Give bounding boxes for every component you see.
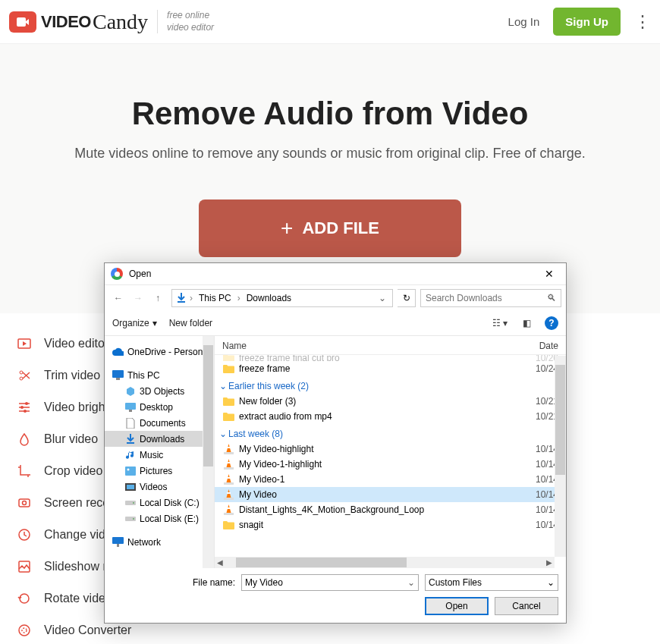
search-input[interactable]: [426, 293, 547, 303]
folder-type-icon: [124, 417, 136, 429]
filename-label: File name:: [112, 577, 235, 588]
tree-item[interactable]: Music: [105, 447, 214, 463]
file-open-dialog: Open ✕ ← → ↑ › This PC › Downloads ⌄ ↻ 🔍…: [104, 262, 567, 624]
cancel-button[interactable]: Cancel: [495, 597, 558, 615]
breadcrumb[interactable]: › This PC › Downloads ⌄: [171, 289, 393, 307]
file-row[interactable]: My Video-highlight10/14: [215, 441, 566, 457]
signup-button[interactable]: Sign Up: [553, 8, 621, 36]
file-row[interactable]: My Video-1-highlight10/14: [215, 457, 566, 472]
vlc-icon: [222, 473, 234, 485]
new-folder-button[interactable]: New folder: [169, 318, 212, 328]
svg-rect-35: [227, 507, 231, 509]
file-row[interactable]: Distant_Lights_4K_Motion_Background_Loop…: [215, 502, 566, 517]
tool-label: Blur video: [44, 432, 98, 446]
file-name: My Video-highlight: [239, 444, 531, 454]
file-row[interactable]: freeze frame final cut pro10/26: [215, 355, 566, 361]
svg-rect-29: [227, 462, 231, 463]
file-name: My Video-1-highlight: [239, 459, 531, 470]
files-h-scrollbar[interactable]: ◀ ▶: [215, 557, 555, 568]
tree-item[interactable]: 3D Objects: [105, 383, 214, 399]
menu-icon[interactable]: ⋮: [634, 12, 651, 32]
tree-onedrive[interactable]: OneDrive - Personal: [105, 344, 214, 360]
tree-item[interactable]: Videos: [105, 479, 214, 495]
site-header: VIDEO Candy free onlinevideo editor Log …: [0, 0, 660, 44]
file-list-header[interactable]: Name Date: [215, 336, 566, 355]
add-file-button[interactable]: + ADD FILE: [199, 199, 461, 257]
chevron-down-icon[interactable]: ⌄: [407, 577, 415, 588]
file-row[interactable]: freeze frame10/24: [215, 361, 566, 376]
network-icon: [112, 536, 124, 548]
tool-label: Trim video: [44, 369, 100, 382]
svg-rect-32: [224, 498, 234, 500]
help-icon[interactable]: ?: [545, 316, 558, 330]
file-row[interactable]: My Video-110/14: [215, 472, 566, 487]
login-link[interactable]: Log In: [508, 15, 540, 28]
svg-point-7: [23, 501, 27, 505]
svg-rect-27: [227, 447, 231, 448]
group-earlier-this-week[interactable]: ⌄Earlier this week (2): [215, 376, 566, 394]
svg-point-3: [25, 402, 28, 405]
tree-item[interactable]: Documents: [105, 415, 214, 431]
tool-item[interactable]: Video Converter: [17, 623, 643, 638]
tree-label: Music: [140, 450, 163, 460]
vlc-icon: [222, 443, 234, 455]
svg-rect-19: [127, 485, 134, 489]
file-name: New folder (3): [239, 396, 531, 407]
monitor-icon: [112, 369, 124, 381]
files-v-scrollbar[interactable]: [555, 356, 566, 557]
organize-menu[interactable]: Organize ▾: [112, 318, 157, 328]
file-type-filter[interactable]: Custom Files⌄: [425, 574, 558, 591]
view-icon[interactable]: ☷ ▾: [491, 318, 509, 328]
tool-icon: [17, 591, 32, 606]
folder-type-icon: [124, 465, 136, 476]
up-icon[interactable]: ↑: [149, 289, 167, 307]
col-name[interactable]: Name: [222, 341, 539, 351]
preview-pane-icon[interactable]: ◧: [521, 318, 533, 328]
tree-item[interactable]: Local Disk (C:): [105, 495, 214, 510]
tree-this-pc[interactable]: This PC: [105, 367, 214, 383]
forward-icon: →: [129, 289, 147, 307]
folder-type-icon: [124, 513, 136, 524]
search-box[interactable]: 🔍︎: [420, 289, 561, 307]
breadcrumb-item[interactable]: This PC: [196, 293, 234, 303]
refresh-icon[interactable]: ↻: [398, 289, 416, 307]
svg-rect-24: [112, 537, 124, 544]
dialog-nav: ← → ↑ › This PC › Downloads ⌄ ↻ 🔍︎: [105, 284, 566, 310]
folder-icon: [222, 519, 234, 531]
chevron-down-icon[interactable]: ⌄: [547, 577, 555, 588]
svg-rect-15: [129, 410, 132, 412]
file-row[interactable]: New folder (3)10/21: [215, 394, 566, 409]
folder-tree: OneDrive - Personal This PC 3D ObjectsDe…: [105, 336, 215, 568]
tree-item[interactable]: Desktop: [105, 399, 214, 415]
tree-label: Desktop: [140, 402, 173, 413]
tree-item[interactable]: Downloads: [105, 431, 214, 447]
svg-point-21: [133, 502, 134, 504]
dialog-title: Open: [129, 269, 151, 279]
file-row[interactable]: snagit10/14: [215, 517, 566, 532]
col-date[interactable]: Date: [539, 341, 558, 351]
open-button[interactable]: Open: [425, 597, 489, 615]
tool-icon: [17, 495, 32, 510]
svg-rect-33: [227, 492, 231, 494]
tree-network[interactable]: Network: [105, 534, 214, 550]
svg-rect-25: [117, 544, 119, 547]
logo-icon: [9, 11, 36, 33]
svg-rect-14: [125, 403, 136, 410]
back-icon[interactable]: ←: [109, 289, 127, 307]
cloud-icon: [112, 346, 124, 357]
tree-scrollbar[interactable]: [203, 336, 214, 568]
svg-rect-6: [19, 499, 30, 507]
filename-input[interactable]: My Video⌄: [241, 574, 419, 591]
chevron-down-icon[interactable]: ⌄: [376, 293, 389, 303]
file-name: freeze frame: [239, 363, 531, 374]
svg-rect-16: [125, 467, 136, 476]
svg-point-2: [20, 377, 23, 380]
file-row[interactable]: extract audio from mp410/21: [215, 409, 566, 424]
breadcrumb-item[interactable]: Downloads: [244, 293, 294, 303]
tree-item[interactable]: Pictures: [105, 463, 214, 479]
group-last-week[interactable]: ⌄Last week (8): [215, 424, 566, 441]
close-icon[interactable]: ✕: [539, 266, 560, 281]
file-row[interactable]: My Video10/14: [215, 487, 566, 502]
tree-item[interactable]: Local Disk (E:): [105, 510, 214, 526]
search-icon[interactable]: 🔍︎: [547, 293, 556, 303]
